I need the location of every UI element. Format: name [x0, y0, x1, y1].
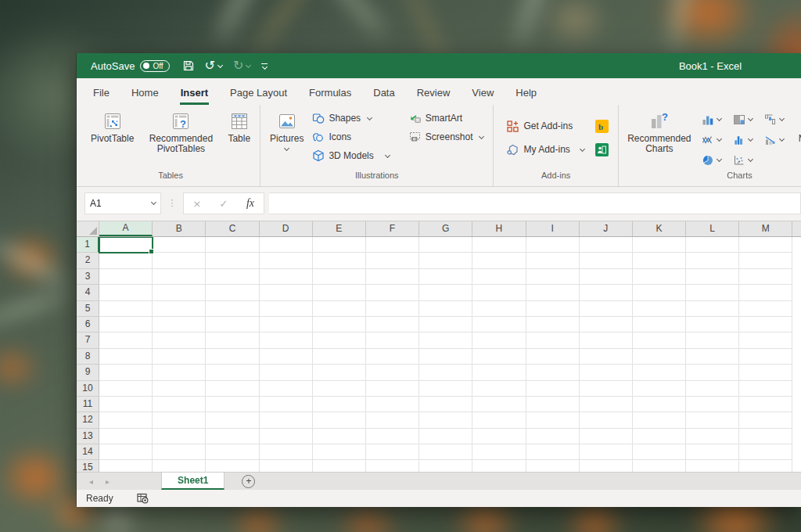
- cell-B7[interactable]: [153, 332, 206, 348]
- cell-B5[interactable]: [153, 301, 206, 317]
- cell-L9[interactable]: [686, 365, 739, 380]
- cell-J5[interactable]: [580, 301, 633, 317]
- cell-K10[interactable]: [633, 381, 686, 397]
- cell-I13[interactable]: [526, 429, 580, 444]
- cell-K15[interactable]: [633, 460, 686, 472]
- cell-L11[interactable]: [686, 397, 739, 412]
- cell-K6[interactable]: [633, 317, 686, 332]
- sheet-nav-left-button[interactable]: ◂: [89, 477, 93, 486]
- new-sheet-button[interactable]: +: [242, 475, 255, 488]
- cell-C10[interactable]: [206, 381, 259, 397]
- cell-D3[interactable]: [260, 269, 313, 285]
- cell-L4[interactable]: [686, 285, 739, 300]
- cell-E1[interactable]: [313, 237, 366, 253]
- cell-A5[interactable]: [99, 301, 153, 317]
- cell-A3[interactable]: [99, 269, 153, 285]
- maps-button[interactable]: Maps: [795, 107, 801, 171]
- cell-I8[interactable]: [526, 349, 580, 365]
- cell-I11[interactable]: [526, 397, 580, 412]
- cell-I9[interactable]: [526, 365, 580, 380]
- cell-C6[interactable]: [206, 317, 259, 332]
- cell-C5[interactable]: [206, 301, 259, 317]
- cell-I4[interactable]: [526, 285, 580, 300]
- cell-L7[interactable]: [686, 332, 739, 348]
- tab-help[interactable]: Help: [505, 78, 548, 105]
- row-header-11[interactable]: 11: [77, 397, 99, 412]
- cell-I15[interactable]: [526, 460, 580, 472]
- cell-C15[interactable]: [206, 460, 259, 472]
- cell-L12[interactable]: [686, 412, 739, 428]
- cell-K9[interactable]: [633, 365, 686, 380]
- sheet-nav-right-button[interactable]: ▸: [106, 477, 110, 486]
- cell-H15[interactable]: [472, 460, 526, 472]
- save-button[interactable]: [182, 59, 195, 72]
- cell-J14[interactable]: [580, 444, 633, 460]
- cell-I3[interactable]: [526, 269, 580, 285]
- cell-M10[interactable]: [739, 381, 792, 397]
- cell-H5[interactable]: [472, 301, 526, 317]
- cell-E13[interactable]: [313, 429, 366, 444]
- cell-C8[interactable]: [206, 349, 259, 365]
- select-all-button[interactable]: [77, 221, 99, 236]
- cell-E14[interactable]: [313, 444, 366, 460]
- cell-K4[interactable]: [633, 285, 686, 300]
- column-header-F[interactable]: F: [366, 221, 419, 236]
- cell-B1[interactable]: [153, 237, 206, 253]
- cell-F5[interactable]: [366, 301, 419, 317]
- row-header-12[interactable]: 12: [77, 412, 99, 428]
- tab-file[interactable]: File: [82, 78, 120, 105]
- cell-L14[interactable]: [686, 444, 739, 460]
- cell-F15[interactable]: [366, 460, 419, 472]
- cell-D12[interactable]: [260, 412, 313, 428]
- cell-J6[interactable]: [580, 317, 633, 332]
- cell-L1[interactable]: [686, 237, 739, 253]
- cell-D2[interactable]: [260, 253, 313, 268]
- cell-D7[interactable]: [260, 332, 313, 348]
- cell-F11[interactable]: [366, 397, 419, 412]
- cell-G9[interactable]: [419, 365, 472, 380]
- cell-A8[interactable]: [99, 349, 153, 365]
- cell-L15[interactable]: [686, 460, 739, 472]
- formula-input[interactable]: [269, 192, 801, 214]
- cell-M3[interactable]: [739, 269, 792, 285]
- cell-E9[interactable]: [313, 365, 366, 380]
- cell-G8[interactable]: [419, 349, 472, 365]
- cell-K1[interactable]: [633, 237, 686, 253]
- cell-F2[interactable]: [366, 253, 419, 268]
- cell-H12[interactable]: [472, 412, 526, 428]
- cell-B12[interactable]: [153, 412, 206, 428]
- cell-F12[interactable]: [366, 412, 419, 428]
- cell-M6[interactable]: [739, 317, 792, 332]
- cell-F8[interactable]: [366, 349, 419, 365]
- cell-C13[interactable]: [206, 429, 259, 444]
- cell-J12[interactable]: [580, 412, 633, 428]
- tab-formulas[interactable]: Formulas: [298, 78, 362, 105]
- cell-B4[interactable]: [153, 285, 206, 300]
- insert-histogram-chart-button[interactable]: [727, 130, 759, 150]
- cell-H4[interactable]: [472, 285, 526, 300]
- insert-scatter-chart-button[interactable]: [727, 150, 759, 171]
- tab-view[interactable]: View: [461, 78, 505, 105]
- cell-K8[interactable]: [633, 349, 686, 365]
- cell-F3[interactable]: [366, 269, 419, 285]
- cell-H10[interactable]: [472, 381, 526, 397]
- cell-A13[interactable]: [99, 429, 153, 444]
- insert-pie-chart-button[interactable]: [696, 150, 727, 171]
- cell-I12[interactable]: [526, 412, 580, 428]
- cell-K5[interactable]: [633, 301, 686, 317]
- row-header-8[interactable]: 8: [77, 349, 99, 365]
- cell-C2[interactable]: [206, 253, 259, 268]
- column-header-B[interactable]: B: [153, 221, 206, 236]
- tab-page-layout[interactable]: Page Layout: [219, 78, 298, 105]
- cell-E6[interactable]: [313, 317, 366, 332]
- cell-B11[interactable]: [153, 397, 206, 412]
- cell-G6[interactable]: [419, 317, 472, 332]
- cell-B2[interactable]: [153, 253, 206, 268]
- cell-E10[interactable]: [313, 381, 366, 397]
- recommended-charts-button[interactable]: ? Recommended Charts: [624, 107, 695, 171]
- cell-E8[interactable]: [313, 349, 366, 365]
- tab-review[interactable]: Review: [406, 78, 462, 105]
- cell-M4[interactable]: [739, 285, 792, 300]
- cell-J4[interactable]: [580, 285, 633, 300]
- cell-D10[interactable]: [260, 381, 313, 397]
